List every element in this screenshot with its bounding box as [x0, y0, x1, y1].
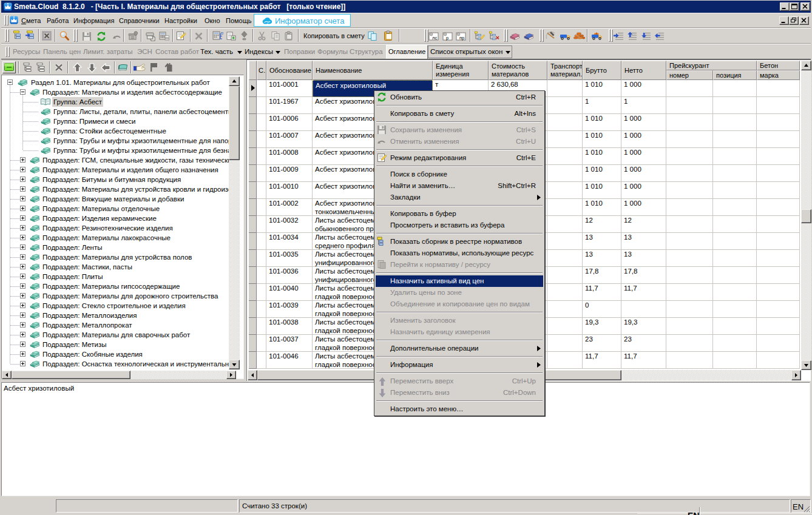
svg-text:р: р — [446, 35, 448, 41]
svg-text:лс: лс — [432, 35, 437, 41]
svg-text:пр: пр — [459, 35, 464, 41]
